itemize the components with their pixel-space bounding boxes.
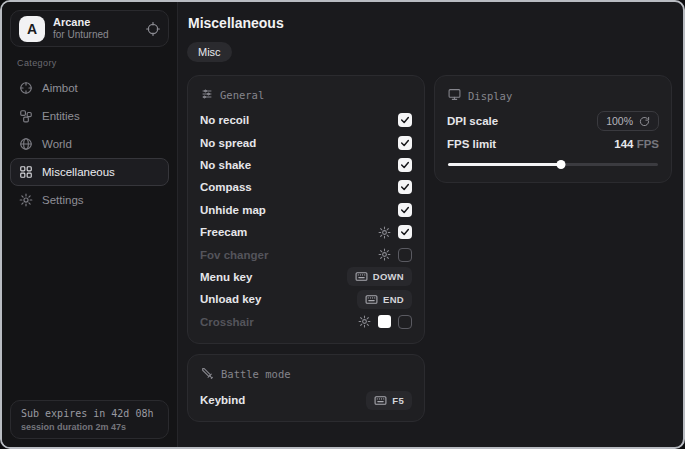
tab-misc[interactable]: Misc bbox=[187, 42, 232, 62]
row-label: No shake bbox=[200, 159, 251, 171]
sidebar-item-aimbot[interactable]: Aimbot bbox=[10, 74, 169, 102]
keyboard-icon bbox=[374, 394, 387, 407]
swords-icon bbox=[201, 367, 214, 382]
crosshair-icon[interactable] bbox=[146, 22, 160, 36]
menu-key-keybind[interactable]: DOWN bbox=[347, 267, 412, 286]
row-label: Crosshair bbox=[200, 316, 254, 328]
row-no-spread: No spread bbox=[200, 131, 412, 153]
sub-expires-text: Sub expires in 42d 08h bbox=[21, 408, 158, 419]
fps-slider-thumb[interactable] bbox=[557, 160, 566, 169]
cycle-icon bbox=[639, 116, 650, 127]
app-header-card: A Arcane for Unturned bbox=[10, 10, 169, 47]
crosshair-settings-gear-icon[interactable] bbox=[358, 315, 371, 328]
left-column: General No recoil No spread bbox=[187, 75, 425, 422]
fps-limit-slider[interactable] bbox=[448, 160, 658, 169]
row-label: No spread bbox=[200, 137, 256, 149]
battle-mode-panel-title: Battle mode bbox=[221, 368, 291, 380]
app-avatar: A bbox=[19, 16, 45, 42]
monitor-icon bbox=[448, 88, 461, 103]
sidebar-item-entities[interactable]: Entities bbox=[10, 102, 169, 130]
check-icon bbox=[400, 227, 410, 237]
general-panel-header: General bbox=[201, 88, 412, 102]
row-label: No recoil bbox=[200, 114, 249, 126]
boxes-icon bbox=[19, 109, 33, 123]
row-label: Keybind bbox=[200, 394, 245, 406]
row-dpi-scale: DPI scale 100% bbox=[447, 110, 659, 132]
row-freecam: Freecam bbox=[200, 221, 412, 243]
unload-key-keybind[interactable]: END bbox=[357, 290, 412, 309]
row-label: Fov changer bbox=[200, 249, 268, 261]
sidebar-item-world[interactable]: World bbox=[10, 130, 169, 158]
check-icon bbox=[400, 182, 410, 192]
subscription-info-box: Sub expires in 42d 08h session duration … bbox=[10, 400, 169, 439]
check-icon bbox=[400, 115, 410, 125]
unhide-map-checkbox[interactable] bbox=[398, 203, 412, 217]
category-label: Category bbox=[17, 58, 177, 68]
sidebar-item-settings[interactable]: Settings bbox=[10, 186, 169, 214]
general-panel-title: General bbox=[220, 89, 264, 101]
battle-mode-panel-header: Battle mode bbox=[201, 367, 412, 382]
sidebar: A Arcane for Unturned Category Aimbot bbox=[2, 2, 178, 447]
row-battle-keybind: Keybind F5 bbox=[200, 389, 412, 411]
row-label: Unhide map bbox=[200, 204, 266, 216]
sidebar-item-label: Miscellaneous bbox=[42, 166, 115, 178]
row-label: DPI scale bbox=[447, 115, 498, 127]
crosshair-checkbox[interactable] bbox=[398, 315, 412, 329]
display-panel-header: Display bbox=[448, 88, 659, 103]
fps-number: 144 bbox=[614, 138, 633, 150]
session-duration-text: session duration 2m 47s bbox=[21, 422, 158, 432]
page-title: Miscellaneous bbox=[188, 15, 672, 31]
keybind-value: END bbox=[383, 294, 404, 305]
sidebar-item-label: Entities bbox=[42, 110, 80, 122]
dpi-scale-select[interactable]: 100% bbox=[597, 111, 659, 131]
grid-icon bbox=[19, 165, 33, 179]
row-no-shake: No shake bbox=[200, 154, 412, 176]
keybind-value: DOWN bbox=[373, 271, 404, 282]
row-label: Menu key bbox=[200, 271, 252, 283]
freecam-settings-gear-icon[interactable] bbox=[378, 226, 391, 239]
dpi-scale-value: 100% bbox=[606, 115, 633, 127]
check-icon bbox=[400, 138, 410, 148]
sidebar-item-label: Settings bbox=[42, 194, 84, 206]
sidebar-nav: Aimbot Entities World bbox=[10, 74, 169, 214]
fps-unit: FPS bbox=[637, 138, 659, 150]
fps-slider-fill bbox=[448, 163, 561, 166]
fov-changer-settings-gear-icon[interactable] bbox=[378, 248, 391, 261]
sidebar-item-label: Aimbot bbox=[42, 82, 78, 94]
keyboard-icon bbox=[355, 270, 368, 283]
compass-checkbox[interactable] bbox=[398, 180, 412, 194]
row-label: Compass bbox=[200, 181, 252, 193]
row-menu-key: Menu key DOWN bbox=[200, 266, 412, 288]
fov-changer-checkbox[interactable] bbox=[398, 248, 412, 262]
target-icon bbox=[19, 81, 33, 95]
keybind-value: F5 bbox=[392, 395, 404, 406]
crosshair-color-swatch[interactable] bbox=[378, 315, 391, 328]
display-panel: Display DPI scale 100% bbox=[434, 75, 672, 183]
general-panel: General No recoil No spread bbox=[187, 75, 425, 344]
no-recoil-checkbox[interactable] bbox=[398, 113, 412, 127]
app-subtitle: for Unturned bbox=[53, 29, 138, 41]
row-crosshair: Crosshair bbox=[200, 311, 412, 333]
app-title: Arcane bbox=[53, 16, 138, 29]
battle-keybind[interactable]: F5 bbox=[366, 391, 412, 410]
display-panel-title: Display bbox=[468, 90, 512, 102]
no-shake-checkbox[interactable] bbox=[398, 158, 412, 172]
globe-icon bbox=[19, 137, 33, 151]
no-spread-checkbox[interactable] bbox=[398, 136, 412, 150]
sliders-icon bbox=[201, 88, 213, 102]
main-content: Miscellaneous Misc General bbox=[178, 2, 685, 447]
row-fps-limit: FPS limit 144 FPS bbox=[447, 132, 659, 154]
tab-bar: Misc bbox=[187, 42, 672, 62]
row-unhide-map: Unhide map bbox=[200, 199, 412, 221]
battle-mode-panel: Battle mode Keybind F5 bbox=[187, 354, 425, 422]
freecam-checkbox[interactable] bbox=[398, 225, 412, 239]
row-compass: Compass bbox=[200, 176, 412, 198]
right-column: Display DPI scale 100% bbox=[434, 75, 672, 183]
check-icon bbox=[400, 205, 410, 215]
fps-limit-value: 144 FPS bbox=[614, 138, 659, 150]
sidebar-item-label: World bbox=[42, 138, 72, 150]
sidebar-item-miscellaneous[interactable]: Miscellaneous bbox=[10, 158, 169, 186]
keyboard-icon bbox=[365, 293, 378, 306]
app-window: A Arcane for Unturned Category Aimbot bbox=[0, 0, 685, 449]
row-unload-key: Unload key END bbox=[200, 288, 412, 310]
